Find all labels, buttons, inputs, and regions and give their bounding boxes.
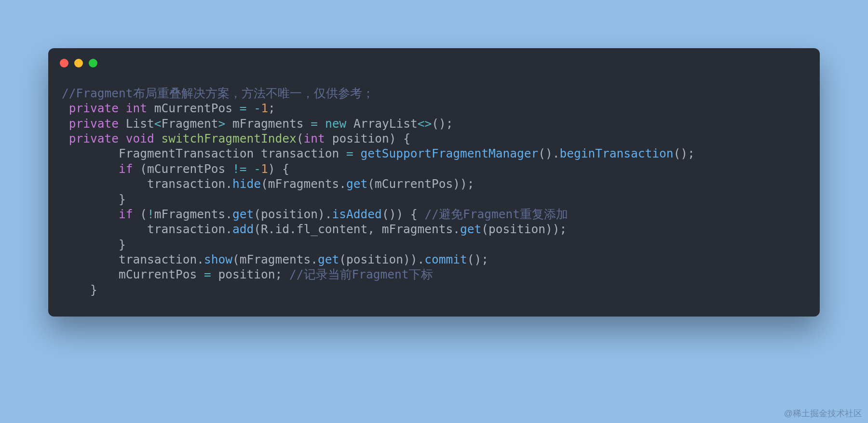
code-token: = xyxy=(311,117,318,131)
code-token: private xyxy=(69,117,119,131)
code-token xyxy=(119,101,126,115)
code-token: if xyxy=(119,162,133,176)
code-token: get xyxy=(232,207,254,221)
code-token: (mCurrentPos)); xyxy=(367,177,474,191)
code-token xyxy=(247,162,254,176)
code-token xyxy=(154,132,162,145)
code-token xyxy=(62,101,69,115)
code-token: (mFragments. xyxy=(261,177,346,191)
code-token xyxy=(353,146,361,160)
code-token: getSupportFragmentManager xyxy=(361,146,539,160)
code-token: (position)); xyxy=(481,222,567,236)
code-token: void xyxy=(126,132,154,145)
code-token: add xyxy=(232,222,254,236)
code-token: (mCurrentPos xyxy=(133,162,233,176)
code-token: get xyxy=(318,252,339,266)
code-token xyxy=(318,117,325,131)
code-token xyxy=(62,162,119,176)
code-token: commit xyxy=(424,252,467,266)
code-token: = xyxy=(204,267,211,281)
code-token: //避免Fragment重复添加 xyxy=(424,207,568,221)
code-token: Fragment xyxy=(162,117,218,131)
code-token: ArrayList xyxy=(346,117,418,131)
code-token: get xyxy=(460,222,481,236)
code-token: - xyxy=(254,162,261,176)
code-token: (mFragments. xyxy=(232,252,318,266)
code-token: new xyxy=(325,117,346,131)
code-token: (position)). xyxy=(339,252,424,266)
code-token: <> xyxy=(418,117,432,131)
code-token: hide xyxy=(232,177,261,191)
code-token: (); xyxy=(674,146,695,160)
code-token: mCurrentPos xyxy=(62,267,204,281)
code-token: (position). xyxy=(254,207,332,221)
code-token: ( xyxy=(297,132,304,145)
code-token: transaction. xyxy=(62,252,204,266)
code-token: (); xyxy=(432,117,453,131)
code-token: 1 xyxy=(261,101,268,115)
watermark-text: @稀土掘金技术社区 xyxy=(784,408,862,419)
code-token: < xyxy=(154,117,162,131)
code-token: beginTransaction xyxy=(560,146,674,160)
code-token: transaction. xyxy=(62,222,232,236)
code-token: } xyxy=(62,283,97,297)
code-token: int xyxy=(126,101,147,115)
code-token: mFragments. xyxy=(154,207,232,221)
code-token: ; xyxy=(268,101,275,115)
code-token: = xyxy=(346,146,353,160)
code-token: show xyxy=(204,252,232,266)
code-token: List xyxy=(119,117,154,131)
code-token: (R.id.fl_content, mFragments. xyxy=(254,222,460,236)
code-token: (). xyxy=(538,146,559,160)
code-token: if xyxy=(119,207,133,221)
code-token: - xyxy=(254,101,261,115)
maximize-icon[interactable] xyxy=(89,59,97,67)
code-token: ()) { xyxy=(382,207,425,221)
code-token: private xyxy=(69,132,119,145)
code-token: (); xyxy=(467,252,488,266)
code-token: ) { xyxy=(268,162,289,176)
code-token: > xyxy=(218,117,226,131)
code-token: mFragments xyxy=(225,117,311,131)
code-token: mCurrentPos xyxy=(147,101,240,115)
code-token: ! xyxy=(147,207,154,221)
code-token xyxy=(247,101,254,115)
window-titlebar xyxy=(48,48,820,71)
code-token: get xyxy=(346,177,367,191)
code-token: position; xyxy=(211,267,289,281)
code-token: transaction. xyxy=(62,177,232,191)
code-token: int xyxy=(304,132,325,145)
code-token: switchFragmentIndex xyxy=(162,132,297,145)
code-token: isAdded xyxy=(332,207,382,221)
code-block: //Fragment布局重叠解决方案，方法不唯一，仅供参考； private i… xyxy=(48,71,820,297)
code-token: != xyxy=(232,162,247,176)
code-token xyxy=(62,132,69,145)
minimize-icon[interactable] xyxy=(74,59,83,67)
close-icon[interactable] xyxy=(60,59,68,67)
code-token: //Fragment布局重叠解决方案，方法不唯一，仅供参考； xyxy=(62,86,374,100)
code-token: = xyxy=(240,101,247,115)
code-token: 1 xyxy=(261,162,268,176)
code-token: //记录当前Fragment下标 xyxy=(289,267,433,281)
code-token xyxy=(62,117,69,131)
code-token xyxy=(62,207,119,221)
code-token: position) { xyxy=(325,132,410,145)
code-token: FragmentTransaction transaction xyxy=(62,146,346,160)
code-token xyxy=(119,132,126,145)
code-window: //Fragment布局重叠解决方案，方法不唯一，仅供参考； private i… xyxy=(48,48,820,317)
code-token: } xyxy=(62,238,126,251)
code-token: ( xyxy=(133,207,148,221)
code-token: } xyxy=(62,192,126,206)
code-token: private xyxy=(69,101,119,115)
